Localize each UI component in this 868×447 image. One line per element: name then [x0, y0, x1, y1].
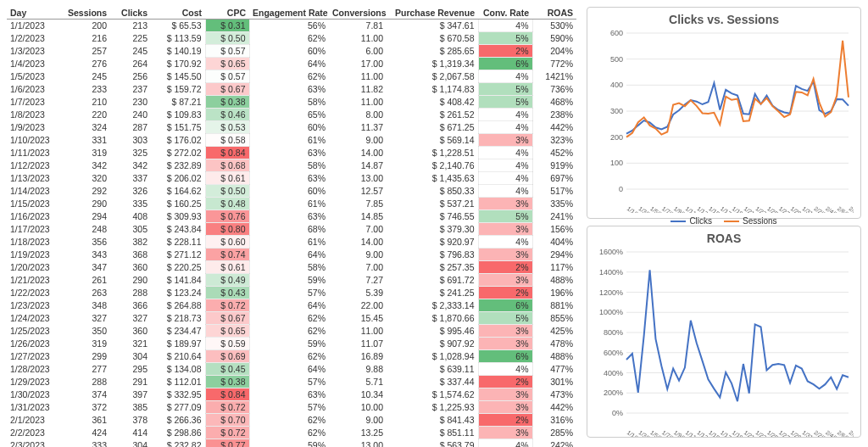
svg-text:200: 200	[610, 133, 623, 142]
svg-text:0%: 0%	[612, 409, 623, 417]
table-row: 1/21/2023261290$ 141.84$ 0.4959%7.27$ 69…	[7, 274, 576, 287]
table-row: 1/20/2023347360$ 220.25$ 0.6158%7.00$ 25…	[7, 261, 576, 274]
table-row: 1/28/2023277295$ 134.08$ 0.4564%9.88$ 63…	[7, 363, 576, 376]
table-row: 1/17/2023248305$ 243.84$ 0.8068%7.00$ 37…	[7, 223, 576, 236]
table-row: 1/8/2023220240$ 109.83$ 0.4665%8.00$ 261…	[7, 109, 576, 121]
table-row: 1/3/2023257245$ 140.19$ 0.5760%6.00$ 285…	[7, 45, 576, 58]
table-row: 1/19/2023343368$ 271.12$ 0.7464%9.00$ 79…	[7, 249, 576, 261]
table-row: 1/13/2023320337$ 206.02$ 0.6163%13.00$ 1…	[7, 172, 576, 185]
svg-text:500: 500	[610, 55, 623, 64]
table-row: 1/2/2023216225$ 113.59$ 0.5062%11.00$ 67…	[7, 32, 576, 45]
svg-text:300: 300	[610, 107, 623, 115]
table-row: 1/12/2023342342$ 232.89$ 0.6858%14.87$ 2…	[7, 159, 576, 172]
svg-text:200%: 200%	[604, 388, 623, 397]
svg-text:1400%: 1400%	[599, 268, 623, 277]
col-cost: Cost	[151, 7, 205, 20]
svg-text:1600%: 1600%	[599, 249, 623, 256]
svg-text:400%: 400%	[604, 369, 623, 377]
table-row: 1/4/2023276264$ 170.92$ 0.6564%17.00$ 1,…	[7, 58, 576, 70]
table-row: 1/26/2023319321$ 189.97$ 0.5959%11.07$ 9…	[7, 338, 576, 350]
table-row: 1/31/2023372385$ 277.09$ 0.7257%10.00$ 1…	[7, 401, 576, 414]
table-row: 1/9/2023324287$ 151.75$ 0.5360%11.37$ 67…	[7, 121, 576, 134]
svg-text:400: 400	[610, 81, 623, 89]
svg-text:800%: 800%	[604, 328, 623, 337]
metrics-table: DaySessionsClicksCostCPCEngagement RateC…	[7, 7, 576, 447]
table-row: 2/2/2023424414$ 298.86$ 0.7262%13.25$ 85…	[7, 427, 576, 439]
table-row: 1/10/2023331303$ 176.02$ 0.5861%9.00$ 56…	[7, 134, 576, 147]
svg-text:100: 100	[610, 159, 623, 167]
chart-title: Clicks vs. Sessions	[594, 13, 854, 26]
table-row: 1/23/2023348366$ 264.88$ 0.7264%22.00$ 2…	[7, 299, 576, 312]
col-sessions: Sessions	[64, 7, 110, 20]
chart-clicks-sessions: Clicks vs. Sessions 01002003004005006001…	[587, 7, 861, 219]
col-engagement-rate: Engagement Rate	[249, 7, 329, 20]
col-conv-rate: Conv. Rate	[478, 7, 532, 20]
table-row: 1/27/2023299304$ 210.64$ 0.6962%16.89$ 1…	[7, 350, 576, 363]
table-row: 2/1/2023361378$ 266.36$ 0.7062%9.00$ 841…	[7, 414, 576, 427]
table-row: 1/18/2023356382$ 228.11$ 0.6061%14.00$ 9…	[7, 236, 576, 249]
col-conversions: Conversions	[329, 7, 387, 20]
table-row: 1/30/2023374397$ 332.95$ 0.8463%10.34$ 1…	[7, 388, 576, 401]
svg-text:1000%: 1000%	[599, 308, 623, 316]
table-row: 1/1/2023200213$ 65.53$ 0.3156%7.81$ 347.…	[7, 20, 576, 32]
col-day: Day	[7, 7, 64, 20]
table-row: 1/6/2023233237$ 159.72$ 0.6763%11.82$ 1,…	[7, 83, 576, 96]
table-row: 1/24/2023327327$ 218.73$ 0.6762%15.45$ 1…	[7, 312, 576, 325]
chart-title: ROAS	[594, 232, 854, 245]
svg-text:0: 0	[619, 185, 623, 193]
table-row: 1/11/2023319325$ 272.02$ 0.8463%14.00$ 1…	[7, 147, 576, 159]
col-cpc: CPC	[205, 7, 249, 20]
table-row: 1/16/2023294408$ 309.93$ 0.7663%14.85$ 7…	[7, 210, 576, 223]
table-row: 1/15/2023290335$ 160.25$ 0.4861%7.85$ 53…	[7, 198, 576, 210]
table-row: 2/3/2023333304$ 232.82$ 0.7759%13.00$ 56…	[7, 439, 576, 448]
col-roas: ROAS	[532, 7, 576, 20]
table-row: 1/25/2023350360$ 234.47$ 0.6562%11.00$ 9…	[7, 325, 576, 338]
col-purchase-revenue: Purchase Revenue	[387, 7, 478, 20]
table-row: 1/22/2023263288$ 123.24$ 0.4357%5.39$ 24…	[7, 287, 576, 299]
chart-roas: ROAS 0%200%400%600%800%1000%1200%1400%16…	[587, 226, 861, 438]
svg-text:600: 600	[610, 30, 623, 37]
table-row: 1/7/2023210230$ 87.21$ 0.3858%11.00$ 408…	[7, 96, 576, 109]
legend-item: Clicks	[670, 216, 712, 226]
col-clicks: Clicks	[110, 7, 151, 20]
table-row: 1/14/2023292326$ 164.62$ 0.5060%12.57$ 8…	[7, 185, 576, 198]
table-row: 1/5/2023245256$ 145.50$ 0.5762%11.00$ 2,…	[7, 70, 576, 83]
legend-item: Sessions	[724, 216, 777, 226]
svg-text:1200%: 1200%	[599, 288, 623, 297]
table-row: 1/29/2023288291$ 112.01$ 0.3857%5.71$ 33…	[7, 376, 576, 388]
svg-text:600%: 600%	[604, 349, 623, 357]
